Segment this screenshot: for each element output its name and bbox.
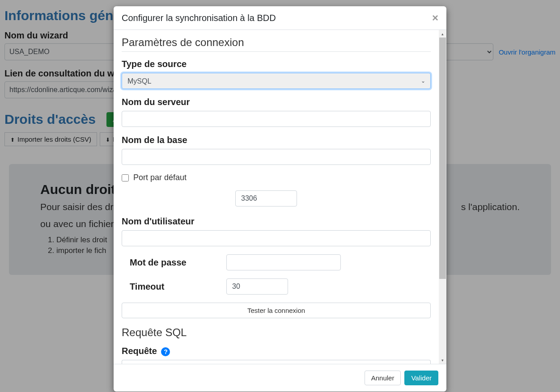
- cancel-button[interactable]: Annuler: [365, 371, 401, 385]
- validate-button[interactable]: Valider: [404, 371, 438, 385]
- modal-scrollbar[interactable]: ▴ ▾: [439, 30, 446, 364]
- db-name-input[interactable]: [122, 149, 431, 165]
- query-input[interactable]: [122, 360, 431, 364]
- source-type-select[interactable]: MySQL: [122, 73, 431, 89]
- default-port-label: Port par défaut: [133, 173, 187, 182]
- timeout-input[interactable]: [226, 278, 288, 295]
- modal-footer: Annuler Valider: [114, 364, 446, 392]
- server-name-label: Nom du serveur: [122, 97, 431, 107]
- modal-title: Configurer la synchronisation à la BDD: [122, 13, 276, 23]
- port-input[interactable]: [235, 190, 297, 207]
- query-label: Requête ?: [122, 346, 431, 356]
- password-input[interactable]: [226, 254, 341, 270]
- server-name-input[interactable]: [122, 111, 431, 127]
- test-connection-button[interactable]: Tester la connexion: [122, 303, 431, 318]
- scroll-thumb[interactable]: [439, 38, 446, 279]
- timeout-label: Timeout: [122, 282, 226, 292]
- sql-query-heading: Requête SQL: [122, 326, 431, 341]
- source-type-label: Type de source: [122, 59, 431, 69]
- modal-body: Paramètres de connexion Type de source M…: [114, 30, 439, 364]
- connection-params-heading: Paramètres de connexion: [122, 36, 431, 52]
- help-icon[interactable]: ?: [161, 347, 170, 356]
- sync-db-modal: Configurer la synchronisation à la BDD ×…: [114, 6, 446, 392]
- username-label: Nom d'utilisateur: [122, 216, 431, 227]
- db-name-label: Nom de la base: [122, 135, 431, 145]
- modal-header: Configurer la synchronisation à la BDD ×: [114, 6, 446, 30]
- scroll-down-icon[interactable]: ▾: [439, 356, 446, 364]
- username-input[interactable]: [122, 230, 431, 246]
- password-label: Mot de passe: [122, 257, 226, 268]
- default-port-checkbox[interactable]: [122, 174, 129, 181]
- scroll-up-icon[interactable]: ▴: [439, 30, 446, 38]
- close-icon[interactable]: ×: [432, 13, 438, 23]
